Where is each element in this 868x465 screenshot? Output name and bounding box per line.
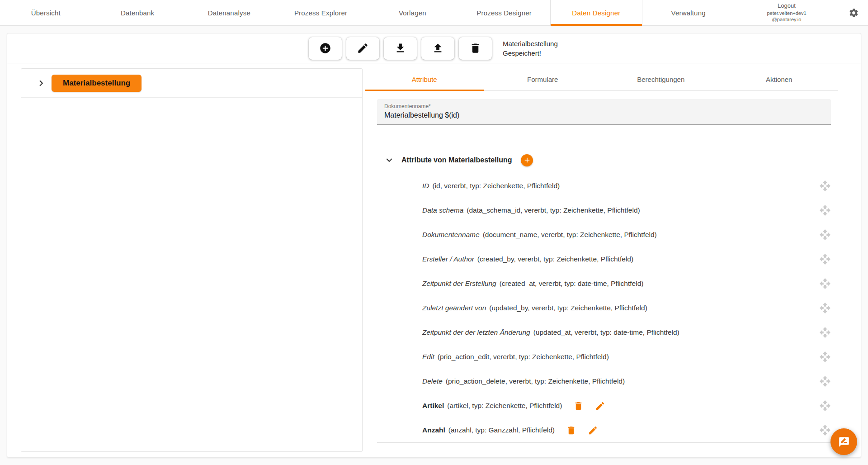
attribute-list: ID(id, vererbt, typ: Zeichenkette, Pflic… [377,174,831,443]
toolbar-upload-button[interactable] [421,37,454,60]
edit-icon [357,42,369,54]
attribute-text: Ersteller / Author(created_by, vererbt, … [422,255,633,263]
drag-handle[interactable] [819,424,831,436]
attribute-text: Anzahl(anzahl, typ: Ganzzahl, Pflichtfel… [422,425,598,436]
drag-handle[interactable] [819,327,831,338]
nav-item-übersicht[interactable]: Übersicht [0,0,92,25]
logout-user-domain: @pantarey.io [772,16,802,23]
toolbar-edit-button[interactable] [346,37,379,60]
attribute-text: Zeitpunkt der der letzten Änderung(updat… [422,328,679,337]
drag-handle[interactable] [819,180,831,192]
detail-panel: AttributeFormulareBerechtigungenAktionen… [365,68,838,452]
open-with-icon [819,424,831,436]
attribute-text: Data schema(data_schema_id, vererbt, typ… [422,206,640,214]
attribute-name: Delete [422,377,443,385]
open-with-icon [819,253,831,265]
drag-handle[interactable] [819,400,831,412]
document-name-label: Dokumentenname* [384,103,824,109]
attribute-text: Zuletzt geändert von(updated_by, vererbt… [422,304,647,312]
attribute-row-delete: Delete(prio_action_delete, vererbt, typ:… [377,369,831,394]
attribute-row-artikel: Artikel(artikel, typ: Zeichenkette, Pfli… [377,394,831,418]
attribute-text: ID(id, vererbt, typ: Zeichenkette, Pflic… [422,182,560,190]
toolbar-delete-button[interactable] [459,37,492,60]
add-icon [523,156,531,164]
attribute-row-zeitpunkt-der-erstellung: Zeitpunkt der Erstellung(created_at, ver… [377,271,831,296]
edit-attribute-button[interactable] [595,401,605,411]
drag-handle[interactable] [819,204,831,216]
nav-item-vorlagen[interactable]: Vorlagen [367,0,458,25]
attribute-row-dokumentenname: Dokumentenname(document_name, vererbt, t… [377,223,831,247]
tab-aktionen[interactable]: Aktionen [720,68,839,90]
settings-button[interactable] [839,0,868,25]
drag-handle[interactable] [819,351,831,363]
open-with-icon [819,278,831,289]
attribute-text: Zeitpunkt der Erstellung(created_at, ver… [422,280,643,288]
drag-handle[interactable] [819,375,831,387]
attribute-detail: (prio_action_edit, vererbt, typ: Zeichen… [438,353,609,361]
collapse-section-button[interactable] [383,154,395,166]
attribute-detail: (id, vererbt, typ: Zeichenkette, Pflicht… [433,182,560,190]
edit-icon [595,401,605,411]
open-with-icon [819,400,831,412]
attribute-row-edit: Edit(prio_action_edit, vererbt, typ: Zei… [377,345,831,369]
save-status-message: Gespeichert! [503,48,558,58]
chevron-right-icon-wrap [35,77,47,89]
drag-handle[interactable] [819,229,831,241]
delete-icon [566,425,576,436]
attribute-detail: (anzahl, typ: Ganzzahl, Pflichtfeld) [448,426,555,434]
attribute-row-data-schema: Data schema(data_schema_id, vererbt, typ… [377,198,831,223]
attribute-text: Dokumentenname(document_name, vererbt, t… [422,231,657,239]
attribute-row-id: ID(id, vererbt, typ: Zeichenkette, Pflic… [377,174,831,198]
attribute-name: Zeitpunkt der der letzten Änderung [422,328,530,337]
schema-tree-panel: Materialbestellung [21,68,363,452]
drag-handle[interactable] [819,278,831,289]
nav-tabs: ÜbersichtDatenbankDatenanalyseProzess Ex… [0,0,734,25]
attribute-detail: (created_at, vererbt, typ: date-time, Pf… [500,280,644,288]
nav-item-datenanalyse[interactable]: Datenanalyse [184,0,275,25]
delete-icon [469,42,481,54]
attribute-detail: (updated_at, vererbt, typ: date-time, Pf… [533,328,679,337]
attribute-detail: (document_name, vererbt, typ: Zeichenket… [483,231,657,239]
chevron-down-icon-wrap [383,154,395,166]
nav-item-verwaltung[interactable]: Verwaltung [642,0,734,25]
attribute-text: Edit(prio_action_edit, vererbt, typ: Zei… [422,353,609,361]
attribute-name: Dokumentenname [422,231,480,239]
settings-icon-wrap [849,8,859,18]
add-attribute-button[interactable] [521,154,533,166]
toolbar-add-button[interactable] [309,37,342,60]
delete-attribute-button[interactable] [566,425,576,436]
attributes-section-header: Attribute von Materialbestellung [377,151,831,169]
chevron-down-icon [383,154,395,166]
attributes-section: Attribute von Materialbestellung ID(id, … [377,151,831,443]
attribute-detail: (data_schema_id, vererbt, typ: Zeichenke… [467,206,640,214]
tab-formulare[interactable]: Formulare [484,68,602,90]
attribute-row-zeitpunkt-der-der-letzten-änderung: Zeitpunkt der der letzten Änderung(updat… [377,320,831,345]
tab-berechtigungen[interactable]: Berechtigungen [602,68,720,90]
app-root: ÜbersichtDatenbankDatenanalyseProzess Ex… [0,0,868,465]
attribute-detail: (created_by, vererbt, typ: Zeichenkette,… [477,255,633,263]
tab-attribute[interactable]: Attribute [365,68,484,90]
attribute-text: Artikel(artikel, typ: Zeichenkette, Pfli… [422,401,605,411]
document-name-field[interactable]: Dokumentenname* Materialbestellung $(id) [377,99,831,125]
nav-item-prozess-designer[interactable]: Prozess Designer [458,0,550,25]
tree-expand-button[interactable] [35,77,47,89]
delete-attribute-button[interactable] [573,401,584,411]
edit-attribute-button[interactable] [588,425,598,436]
toolbar-download-button[interactable] [384,37,417,60]
attributes-section-title: Attribute von Materialbestellung [401,156,512,164]
drag-handle[interactable] [819,302,831,314]
add-circle-icon [319,42,331,54]
attribute-row-ersteller-author: Ersteller / Author(created_by, vererbt, … [377,247,831,271]
panels: Materialbestellung AttributeFormulareBer… [21,68,838,452]
feedback-fab-button[interactable] [830,428,857,455]
document-name-value: Materialbestellung $(id) [384,111,824,119]
nav-item-daten-designer[interactable]: Daten Designer [550,0,643,25]
tree-node-materialbestellung[interactable]: Materialbestellung [52,75,142,92]
save-status: Materialbestellung Gespeichert! [503,39,558,58]
attribute-row-zuletzt-geändert-von: Zuletzt geändert von(updated_by, vererbt… [377,296,831,320]
nav-item-prozess-explorer[interactable]: Prozess Explorer [275,0,367,25]
open-with-icon [819,375,831,387]
drag-handle[interactable] [819,253,831,265]
logout-button[interactable]: Logout peter.velten+dev1 @pantarey.io [734,0,839,25]
nav-item-datenbank[interactable]: Datenbank [92,0,184,25]
